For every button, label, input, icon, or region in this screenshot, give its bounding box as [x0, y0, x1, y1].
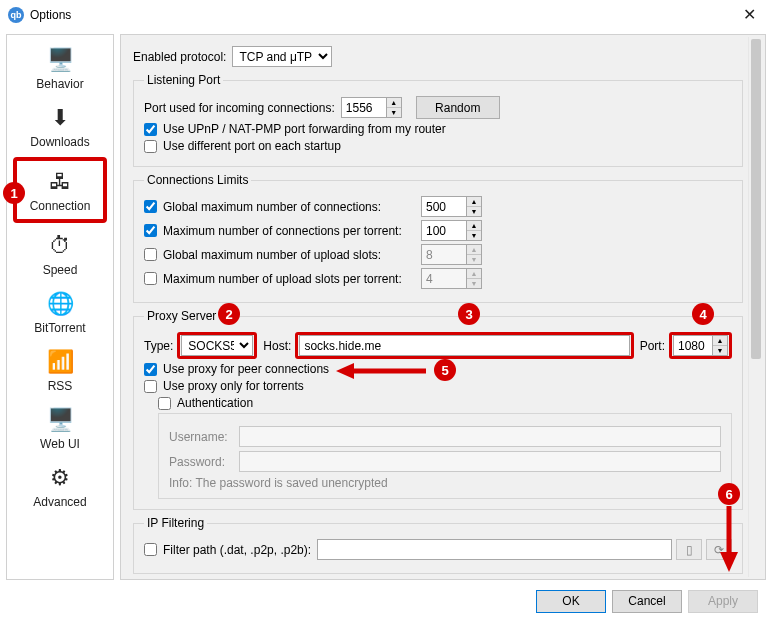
proxy-port-label: Port: [640, 339, 665, 353]
connections-limits-group: Connections Limits Global maximum number… [133, 173, 743, 303]
sidebar-item-advanced[interactable]: ⚙ Advanced [7, 457, 113, 515]
proxy-server-group: Proxy Server 2 3 4 Type: SOCKS5 Host: [133, 309, 743, 510]
ip-filtering-group: IP Filtering Filter path (.dat, .p2p, .p… [133, 516, 743, 574]
proxy-type-select[interactable]: SOCKS5 [181, 335, 253, 356]
svg-marker-1 [336, 363, 354, 379]
filter-path-label: Filter path (.dat, .p2p, .p2b): [163, 543, 311, 557]
dialog-buttons: OK Cancel Apply [0, 584, 772, 618]
connections-limits-legend: Connections Limits [144, 173, 251, 187]
ip-filtering-legend: IP Filtering [144, 516, 207, 530]
settings-panel: Enabled protocol: TCP and μTP Listening … [120, 34, 766, 580]
max-upload-slots-per-torrent-input [421, 268, 467, 289]
close-icon[interactable]: ✕ [735, 5, 764, 24]
browse-filter-button[interactable]: ▯ [676, 539, 702, 560]
globe-icon: 🌐 [47, 291, 74, 317]
username-label: Username: [169, 430, 239, 444]
random-port-button[interactable]: Random [416, 96, 500, 119]
global-max-upload-slots-input [421, 244, 467, 265]
sidebar-item-downloads[interactable]: ⬇ Downloads [7, 97, 113, 155]
proxy-host-label: Host: [263, 339, 291, 353]
monitor-icon: 🖥️ [47, 47, 74, 73]
callout-1: 1 [3, 182, 25, 204]
password-input [239, 451, 721, 472]
filter-path-checkbox[interactable] [144, 543, 157, 556]
vertical-scrollbar[interactable] [748, 37, 763, 577]
scrollbar-thumb[interactable] [751, 39, 761, 359]
auth-box: Username: Password: Info: The password i… [158, 413, 732, 499]
rss-icon: 📶 [47, 349, 74, 375]
proxy-host-input[interactable] [299, 335, 629, 356]
proxy-server-legend: Proxy Server [144, 309, 219, 323]
sidebar-item-connection[interactable]: 🖧 Connection [13, 157, 107, 223]
titlebar: qb Options ✕ [0, 0, 772, 30]
global-max-conn-checkbox[interactable] [144, 200, 157, 213]
network-icon: 🖧 [49, 169, 71, 195]
sidebar-item-label: Behavior [36, 77, 83, 91]
listening-port-legend: Listening Port [144, 73, 223, 87]
listening-port-group: Listening Port Port used for incoming co… [133, 73, 743, 167]
proxy-port-input[interactable] [673, 335, 713, 356]
incoming-port-input[interactable] [341, 97, 387, 118]
callout-5: 5 [434, 359, 456, 381]
sidebar-item-label: RSS [48, 379, 73, 393]
proxy-peer-checkbox[interactable] [144, 363, 157, 376]
download-icon: ⬇ [51, 105, 69, 131]
spinner-buttons[interactable]: ▲▼ [387, 97, 402, 118]
sidebar-item-behavior[interactable]: 🖥️ Behavior [7, 39, 113, 97]
max-conn-per-torrent-label: Maximum number of connections per torren… [163, 224, 421, 238]
arrow-down-icon [716, 506, 742, 572]
sidebar: 🖥️ Behavior ⬇ Downloads 🖧 Connection ⏱ S… [6, 34, 114, 580]
incoming-port-label: Port used for incoming connections: [144, 101, 335, 115]
filter-path-input [317, 539, 672, 560]
proxy-torrents-only-label: Use proxy only for torrents [163, 379, 304, 393]
password-info: Info: The password is saved unencrypted [169, 476, 721, 490]
upnp-label: Use UPnP / NAT-PMP port forwarding from … [163, 122, 446, 136]
callout-3: 3 [458, 303, 480, 325]
max-upload-slots-per-torrent-checkbox[interactable] [144, 272, 157, 285]
sidebar-item-label: Web UI [40, 437, 80, 451]
password-label: Password: [169, 455, 239, 469]
proxy-peer-label: Use proxy for peer connections [163, 362, 329, 376]
auth-checkbox[interactable] [158, 397, 171, 410]
monitor-icon: 🖥️ [47, 407, 74, 433]
sidebar-item-label: BitTorrent [34, 321, 85, 335]
gear-icon: ⚙ [50, 465, 70, 491]
global-max-upload-slots-checkbox[interactable] [144, 248, 157, 261]
username-input [239, 426, 721, 447]
auth-label: Authentication [177, 396, 253, 410]
proxy-type-label: Type: [144, 339, 173, 353]
sidebar-item-rss[interactable]: 📶 RSS [7, 341, 113, 399]
arrow-left-icon [336, 361, 426, 381]
global-max-conn-input[interactable] [421, 196, 467, 217]
proxy-torrents-only-checkbox[interactable] [144, 380, 157, 393]
global-max-conn-label: Global maximum number of connections: [163, 200, 421, 214]
sidebar-item-speed[interactable]: ⏱ Speed [7, 225, 113, 283]
max-conn-per-torrent-input[interactable] [421, 220, 467, 241]
global-max-upload-slots-label: Global maximum number of upload slots: [163, 248, 421, 262]
cancel-button[interactable]: Cancel [612, 590, 682, 613]
enabled-protocol-select[interactable]: TCP and μTP [232, 46, 332, 67]
app-icon: qb [8, 7, 24, 23]
gauge-icon: ⏱ [49, 233, 71, 259]
apply-button[interactable]: Apply [688, 590, 758, 613]
sidebar-item-label: Advanced [33, 495, 86, 509]
max-conn-per-torrent-checkbox[interactable] [144, 224, 157, 237]
max-upload-slots-per-torrent-label: Maximum number of upload slots per torre… [163, 272, 421, 286]
callout-4: 4 [692, 303, 714, 325]
upnp-checkbox[interactable] [144, 123, 157, 136]
sidebar-item-label: Connection [30, 199, 91, 213]
callout-2: 2 [218, 303, 240, 325]
sidebar-item-bittorrent[interactable]: 🌐 BitTorrent [7, 283, 113, 341]
svg-marker-3 [720, 552, 738, 572]
ok-button[interactable]: OK [536, 590, 606, 613]
different-port-checkbox[interactable] [144, 140, 157, 153]
sidebar-item-label: Downloads [30, 135, 89, 149]
callout-6: 6 [718, 483, 740, 505]
different-port-label: Use different port on each startup [163, 139, 341, 153]
window-title: Options [30, 8, 735, 22]
enabled-protocol-label: Enabled protocol: [133, 50, 226, 64]
sidebar-item-webui[interactable]: 🖥️ Web UI [7, 399, 113, 457]
sidebar-item-label: Speed [43, 263, 78, 277]
